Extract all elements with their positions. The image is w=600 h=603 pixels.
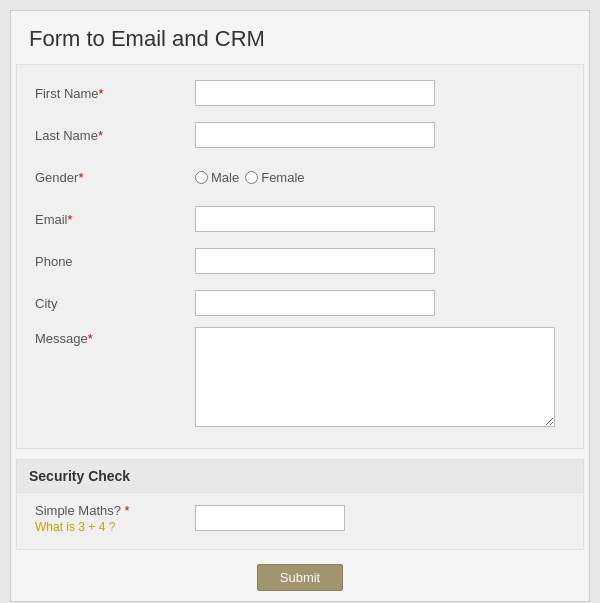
email-label: Email*	[35, 212, 195, 227]
security-input[interactable]	[195, 505, 345, 531]
email-row: Email*	[35, 201, 565, 237]
submit-button[interactable]: Submit	[257, 564, 343, 591]
message-required: *	[88, 331, 93, 346]
email-required: *	[68, 212, 73, 227]
phone-label: Phone	[35, 254, 195, 269]
gender-female-label[interactable]: Female	[245, 170, 304, 185]
gender-required: *	[78, 170, 83, 185]
gender-options: Male Female	[195, 170, 305, 185]
city-input[interactable]	[195, 290, 435, 316]
security-body: Simple Maths? * What is 3 + 4 ?	[17, 493, 583, 549]
security-row: Simple Maths? * What is 3 + 4 ?	[35, 503, 565, 534]
last-name-label: Last Name*	[35, 128, 195, 143]
last-name-required: *	[98, 128, 103, 143]
page-wrapper: Form to Email and CRM First Name* Last N…	[10, 10, 590, 602]
security-hint: What is 3 + 4 ?	[35, 520, 195, 534]
last-name-input[interactable]	[195, 122, 435, 148]
message-row: Message*	[35, 327, 565, 427]
first-name-input[interactable]	[195, 80, 435, 106]
phone-row: Phone	[35, 243, 565, 279]
city-label: City	[35, 296, 195, 311]
submit-row: Submit	[11, 550, 589, 601]
email-input[interactable]	[195, 206, 435, 232]
gender-male-text: Male	[211, 170, 239, 185]
phone-input[interactable]	[195, 248, 435, 274]
security-header: Security Check	[17, 460, 583, 493]
security-required: *	[121, 503, 130, 518]
gender-male-radio[interactable]	[195, 171, 208, 184]
gender-label: Gender*	[35, 170, 195, 185]
first-name-row: First Name*	[35, 75, 565, 111]
form-title: Form to Email and CRM	[11, 11, 589, 64]
gender-male-label[interactable]: Male	[195, 170, 239, 185]
message-label: Message*	[35, 327, 195, 346]
first-name-required: *	[99, 86, 104, 101]
city-row: City	[35, 285, 565, 321]
message-input[interactable]	[195, 327, 555, 427]
gender-female-text: Female	[261, 170, 304, 185]
last-name-row: Last Name*	[35, 117, 565, 153]
security-label-block: Simple Maths? * What is 3 + 4 ?	[35, 503, 195, 534]
gender-female-radio[interactable]	[245, 171, 258, 184]
form-body: First Name* Last Name* Gender* Male	[16, 64, 584, 449]
gender-row: Gender* Male Female	[35, 159, 565, 195]
first-name-label: First Name*	[35, 86, 195, 101]
security-section: Security Check Simple Maths? * What is 3…	[16, 459, 584, 550]
security-label: Simple Maths? *	[35, 503, 195, 518]
